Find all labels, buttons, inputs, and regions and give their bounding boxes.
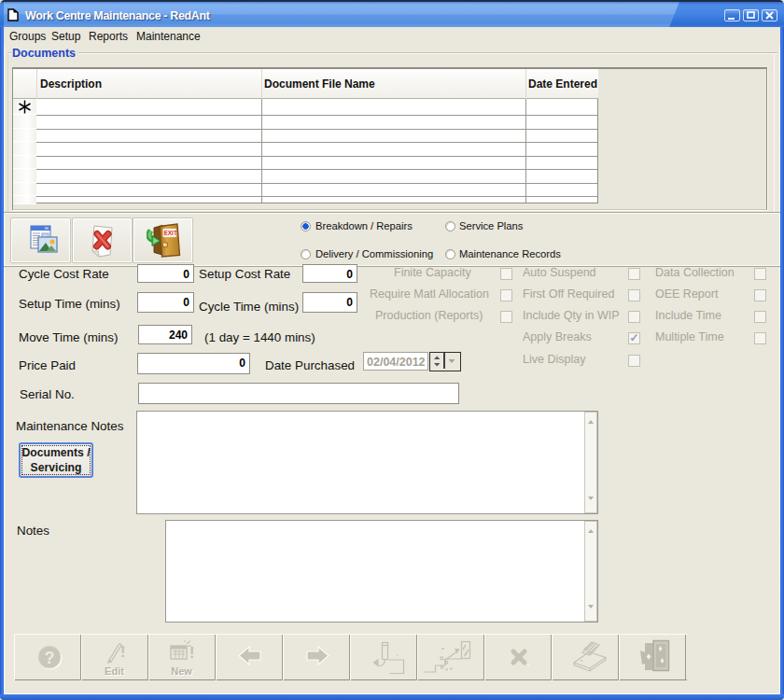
svg-text:!: ! <box>120 644 125 660</box>
svg-text:?: ? <box>45 649 55 667</box>
svg-text:EXIT: EXIT <box>164 230 177 236</box>
svg-text:!: ! <box>189 645 194 661</box>
